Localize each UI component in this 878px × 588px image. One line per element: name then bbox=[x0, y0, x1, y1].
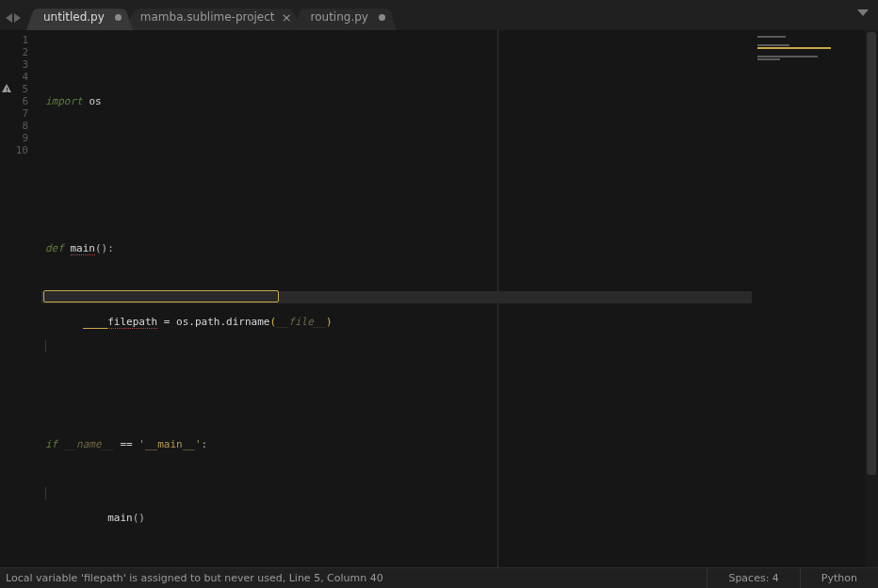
identifier: os bbox=[89, 95, 101, 107]
call: os.path.dirname bbox=[176, 316, 269, 328]
tab-bar: untitled.py mamba.sublime-project × rout… bbox=[0, 0, 878, 30]
code-line bbox=[41, 193, 752, 205]
string: '__main__' bbox=[138, 438, 201, 450]
tab-label: untitled.py bbox=[43, 10, 105, 24]
tab-nav-right-icon[interactable] bbox=[14, 13, 21, 23]
punctuation: : bbox=[202, 438, 208, 450]
warning-icon[interactable] bbox=[2, 84, 13, 95]
code-line bbox=[41, 536, 752, 548]
code-line bbox=[41, 144, 752, 156]
code-line-current: filepath = os.path.dirname(__file__) bbox=[41, 291, 752, 303]
code-line bbox=[41, 340, 752, 352]
minimap[interactable] bbox=[752, 30, 865, 567]
keyword: import bbox=[45, 95, 83, 107]
indent-guide bbox=[45, 487, 46, 499]
status-indent[interactable]: Spaces: 4 bbox=[707, 568, 799, 588]
scrollbar-thumb[interactable] bbox=[867, 32, 876, 475]
code-line bbox=[41, 389, 752, 401]
dirty-indicator-icon bbox=[115, 14, 122, 21]
close-icon[interactable]: × bbox=[282, 11, 292, 24]
code-area[interactable]: import os def main(): filepath = os.path… bbox=[41, 30, 752, 567]
dunder: __name__ bbox=[64, 438, 114, 450]
gutter[interactable]: 1 2 3 4 5 6 7 8 9 10 bbox=[0, 30, 41, 567]
line-number: 1 bbox=[0, 34, 28, 46]
line-number: 10 bbox=[0, 144, 28, 156]
tab-overflow-menu-icon[interactable] bbox=[857, 9, 869, 16]
code-line: import os bbox=[41, 95, 752, 107]
code-line: def main(): bbox=[41, 242, 752, 254]
indent bbox=[83, 316, 108, 328]
tab-label: routing.py bbox=[311, 10, 368, 24]
tab-untitled-py[interactable]: untitled.py bbox=[26, 4, 133, 30]
keyword: if bbox=[45, 438, 57, 450]
code-line: if __name__ == '__main__': bbox=[41, 438, 752, 450]
status-bar: Local variable 'filepath' is assigned to… bbox=[0, 567, 878, 588]
tab-label: mamba.sublime-project bbox=[140, 10, 275, 24]
punctuation: () bbox=[133, 512, 145, 524]
indent-guide bbox=[45, 340, 46, 352]
line-number: 7 bbox=[0, 107, 28, 120]
vertical-scrollbar[interactable] bbox=[865, 30, 878, 567]
status-syntax[interactable]: Python bbox=[800, 568, 878, 588]
line-number: 9 bbox=[0, 132, 28, 144]
lint-highlight bbox=[43, 290, 279, 302]
tab-nav-left-icon[interactable] bbox=[6, 13, 12, 23]
line-number: 4 bbox=[0, 71, 28, 83]
tab-routing-py[interactable]: routing.py bbox=[294, 4, 397, 30]
status-message: Local variable 'filepath' is assigned to… bbox=[0, 572, 707, 584]
keyword: def bbox=[45, 242, 64, 254]
line-number: 2 bbox=[0, 46, 28, 58]
line-number: 6 bbox=[0, 95, 28, 107]
variable: filepath bbox=[107, 316, 157, 329]
dirty-indicator-icon bbox=[379, 14, 385, 21]
indent bbox=[83, 512, 108, 524]
tab-mamba-project[interactable]: mamba.sublime-project × bbox=[123, 4, 303, 30]
operator: = bbox=[157, 316, 176, 328]
call: main bbox=[107, 512, 133, 524]
editor-area: 1 2 3 4 5 6 7 8 9 10 import os def main(… bbox=[0, 30, 878, 567]
tab-nav-arrows bbox=[4, 13, 26, 30]
punctuation: : bbox=[107, 242, 114, 254]
function-name: main bbox=[71, 242, 96, 255]
paren-close: ) bbox=[326, 316, 333, 328]
line-number: 8 bbox=[0, 120, 28, 132]
punctuation: () bbox=[95, 242, 107, 254]
line-number: 3 bbox=[0, 58, 28, 71]
operator: == bbox=[114, 438, 139, 450]
dunder: __file__ bbox=[276, 316, 326, 328]
code-line: main() bbox=[41, 487, 752, 499]
